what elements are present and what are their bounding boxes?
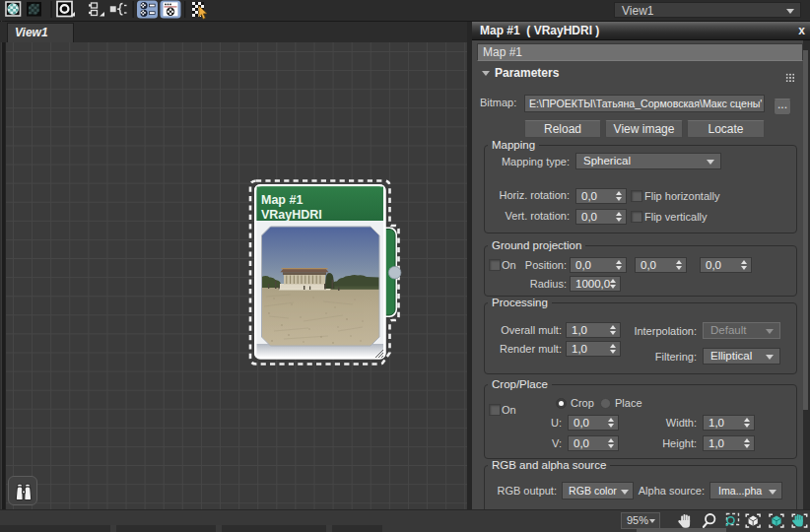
svg-text:Map #1: Map #1 xyxy=(261,193,303,207)
svg-text:VRayHDRI: VRayHDRI xyxy=(261,208,322,222)
